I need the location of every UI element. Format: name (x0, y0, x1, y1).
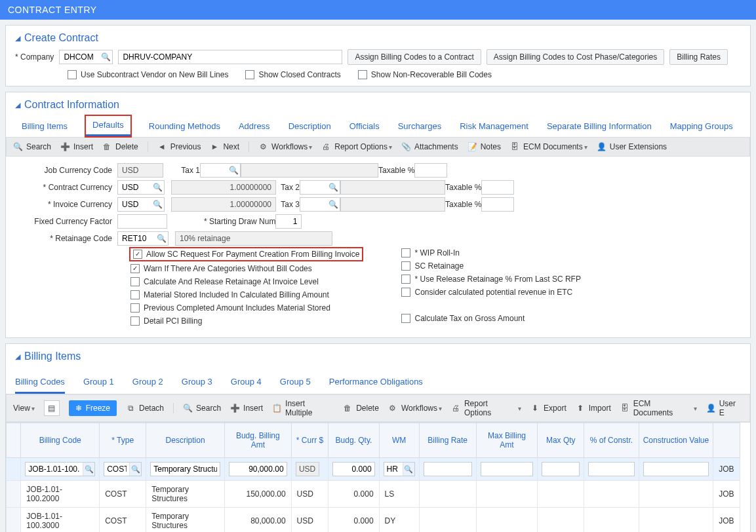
grid-export[interactable]: ⬇Export (530, 404, 567, 413)
table-row[interactable]: JOB-1.01-100.2000COSTTemporary Structure… (7, 481, 740, 508)
show-nonrecov-checkbox[interactable] (358, 70, 367, 79)
search-icon[interactable]: 🔍 (155, 234, 168, 243)
fixed-factor-input[interactable] (117, 214, 167, 229)
billing-tab-group-4[interactable]: Group 4 (231, 371, 262, 394)
search-icon[interactable]: 🔍 (151, 183, 164, 192)
tab-risk-management[interactable]: Risk Management (460, 116, 528, 136)
checkbox[interactable] (401, 288, 410, 297)
column-header[interactable]: * Curr $ (291, 423, 328, 458)
taxable3-input[interactable] (481, 197, 514, 212)
cell-input[interactable] (542, 462, 580, 476)
company-code-combo[interactable]: 🔍 (59, 50, 113, 64)
column-header[interactable]: Budg. Billing Amt (225, 423, 292, 458)
table-row[interactable]: JOB-1.01-100.3000COSTTemporary Structure… (7, 508, 740, 533)
checkbox[interactable] (401, 261, 410, 271)
cell-input[interactable] (332, 462, 374, 476)
row-selector[interactable] (7, 458, 21, 481)
column-header[interactable]: * Type (100, 423, 146, 458)
invoice-currency-input[interactable] (118, 198, 151, 211)
cell-combo-input[interactable] (26, 463, 83, 476)
search-icon[interactable]: 🔍 (227, 166, 240, 175)
toolbar-insert[interactable]: ➕Insert (60, 142, 93, 151)
grid-user-ext[interactable]: 👤User E (706, 399, 743, 417)
tab-description[interactable]: Description (288, 116, 331, 136)
assign-codes-contract-button[interactable]: Assign Billing Codes to a Contract (348, 49, 481, 65)
cell-input[interactable] (150, 462, 220, 476)
tab-billing-items[interactable]: Billing Items (22, 116, 68, 136)
column-header[interactable]: Construction Value (639, 423, 713, 458)
grid-search[interactable]: 🔍Search (183, 404, 221, 413)
billing-tab-billing-codes[interactable]: Billing Codes (15, 371, 65, 394)
checkbox[interactable] (401, 314, 410, 323)
cell-input[interactable] (229, 462, 287, 476)
toolbar-next[interactable]: ►Next (210, 142, 239, 151)
assign-codes-cost-button[interactable]: Assign Billing Codes to Cost Phase/Categ… (487, 49, 664, 65)
toolbar-workflows[interactable]: ⚙Workflows ▾ (258, 142, 312, 151)
retainage-input[interactable] (118, 232, 155, 245)
cell-combo[interactable]: 🔍 (25, 462, 95, 476)
billing-tab-group-1[interactable]: Group 1 (83, 371, 114, 394)
cell-input[interactable] (424, 462, 472, 476)
row-selector[interactable] (7, 481, 21, 508)
toolbar-previous[interactable]: ◄Previous (157, 142, 201, 151)
billing-items-header[interactable]: ◢ Billing Items (15, 351, 741, 362)
billing-grid-wrapper[interactable]: Billing Code* TypeDescriptionBudg. Billi… (6, 422, 750, 532)
cell-combo[interactable]: 🔍 (384, 462, 415, 476)
tax3-combo[interactable]: 🔍 (300, 197, 340, 212)
grid-insert[interactable]: ➕Insert (230, 404, 263, 413)
row-selector[interactable] (7, 508, 21, 533)
checkbox[interactable] (130, 316, 140, 326)
search-icon[interactable]: 🔍 (327, 183, 340, 192)
billing-tab-performance-obligations[interactable]: Performance Obligations (329, 371, 423, 394)
toolbar-report[interactable]: 🖨Report Options ▾ (321, 142, 392, 151)
show-closed-checkbox[interactable] (245, 70, 254, 79)
column-header[interactable]: Budg. Qty. (328, 423, 379, 458)
tax1-input[interactable] (201, 164, 227, 177)
column-header[interactable]: % of Constr. (584, 423, 639, 458)
column-header[interactable]: Max Billing Amt (476, 423, 537, 458)
cell-input[interactable] (588, 462, 634, 476)
tax2-combo[interactable]: 🔍 (300, 180, 340, 195)
cell-input[interactable] (481, 462, 533, 476)
company-name-input[interactable] (119, 50, 342, 64)
create-contract-header[interactable]: ◢ Create Contract (15, 32, 741, 44)
grid-delete[interactable]: 🗑Delete (343, 404, 379, 413)
grid-view-menu[interactable]: View ▾ (13, 404, 35, 413)
toolbar-delete[interactable]: 🗑Delete (102, 142, 138, 151)
tab-surcharges[interactable]: Surcharges (398, 116, 441, 136)
billing-tab-group-3[interactable]: Group 3 (182, 371, 212, 394)
company-code-input[interactable] (60, 50, 99, 64)
toolbar-search[interactable]: 🔍Search (13, 142, 51, 151)
company-name-combo[interactable] (118, 50, 342, 64)
tab-defaults[interactable]: Defaults (86, 116, 130, 136)
grid-ecm[interactable]: 🗄ECM Documents ▾ (620, 399, 697, 417)
grid-insert-multiple[interactable]: 📋Insert Multiple (272, 399, 334, 417)
cell-combo-input[interactable] (104, 463, 129, 476)
tab-address[interactable]: Address (239, 116, 270, 136)
taxable1-input[interactable] (414, 163, 447, 178)
search-icon[interactable]: 🔍 (327, 200, 340, 209)
checkbox[interactable] (130, 290, 140, 299)
checkbox[interactable] (401, 275, 410, 284)
grid-report[interactable]: 🖨Report Options ▾ (451, 399, 521, 417)
billing-tab-group-2[interactable]: Group 2 (132, 371, 163, 394)
grid-workflows[interactable]: ⚙Workflows ▾ (388, 404, 442, 413)
tab-mapping-groups[interactable]: Mapping Groups (670, 116, 733, 136)
column-header[interactable]: Max Qty (538, 423, 584, 458)
invoice-currency-combo[interactable]: 🔍 (117, 197, 165, 212)
toolbar-user-ext[interactable]: 👤User Extensions (597, 142, 667, 151)
contract-info-header[interactable]: ◢ Contract Information (15, 99, 741, 111)
tab-separate-billing-information[interactable]: Separate Billing Information (547, 116, 652, 136)
billing-rates-button[interactable]: Billing Rates (669, 49, 728, 65)
table-row[interactable]: 🔍🔍USD🔍JOB (7, 458, 740, 481)
column-header[interactable]: WM (379, 423, 419, 458)
column-header[interactable]: Description (146, 423, 225, 458)
search-icon[interactable]: 🔍 (151, 200, 164, 209)
search-icon[interactable]: 🔍 (83, 463, 94, 476)
checkbox[interactable] (130, 303, 140, 313)
checkbox[interactable] (130, 264, 140, 273)
checkbox[interactable] (401, 248, 410, 257)
freeze-button[interactable]: ❄Freeze (69, 400, 117, 416)
toolbar-ecm[interactable]: 🗄ECM Documents ▾ (510, 142, 587, 151)
grid-action-button[interactable]: ▤ (44, 400, 60, 416)
